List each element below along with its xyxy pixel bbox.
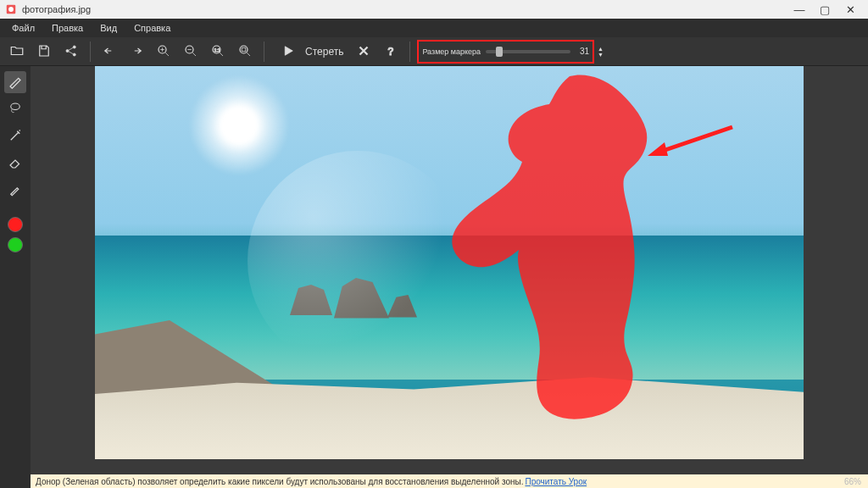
clone-stamp-tool[interactable] [4,180,26,202]
svg-point-1 [8,7,14,12]
help-icon: ? [383,43,398,60]
svg-point-2 [66,49,69,52]
menu-edit[interactable]: Правка [43,23,92,33]
window-title: фотография.jpg [22,4,787,14]
divider [264,42,264,62]
zoom-fit-icon [237,43,253,60]
zoom-display: 66% [844,477,861,486]
marker-size-slider[interactable] [486,50,570,53]
help-button[interactable]: ? [379,40,403,64]
eraser-icon [8,155,23,172]
marker-tool[interactable] [4,71,26,93]
folder-open-icon [9,43,25,60]
run-erase-button[interactable] [276,40,300,64]
workspace: Донор (Зеленая область) позволяет опреде… [0,66,868,488]
menu-help[interactable]: Справка [125,23,179,33]
hint-text: Донор (Зеленая область) позволяет опреде… [36,477,523,486]
minimize-button[interactable]: — [787,3,812,16]
zoom-reset-button[interactable]: 1:1 [206,40,230,64]
zoom-in-button[interactable] [152,40,175,64]
eraser-tool[interactable] [4,152,26,175]
svg-line-13 [658,127,732,152]
svg-rect-10 [242,47,246,52]
marker-icon [8,74,23,91]
green-mask-selector[interactable] [8,237,23,252]
share-button[interactable] [59,40,83,64]
divider [90,42,91,62]
menubar: Файл Правка Вид Справка [0,19,868,37]
save-icon [36,43,52,60]
svg-point-3 [73,46,75,48]
red-selection-mask [442,66,663,430]
canvas-area: Донор (Зеленая область) позволяет опреде… [31,66,868,488]
share-icon [64,43,79,60]
svg-point-4 [73,53,75,56]
maximize-button[interactable]: ▢ [812,3,837,16]
svg-text:?: ? [388,45,394,57]
marker-size-label: Размер маркера [422,47,481,56]
zoom-fit-button[interactable] [233,40,257,64]
brush-icon [8,182,23,199]
image-sun [188,75,290,176]
save-button[interactable] [32,40,56,64]
svg-marker-14 [648,142,668,156]
undo-icon [102,43,117,60]
redo-button[interactable] [125,40,148,64]
app-icon [5,3,17,15]
marker-size-value: 31 [576,47,589,56]
tool-sidebar [0,66,31,488]
image-lens-flare [248,151,468,371]
zoom-out-icon [183,43,198,60]
annotation-arrow [648,119,741,163]
menu-file[interactable]: Файл [3,23,43,33]
magic-wand-tool[interactable] [4,125,26,147]
svg-text:1:1: 1:1 [214,47,220,52]
erase-label: Стереть [305,46,343,58]
svg-point-12 [11,103,20,110]
hint-bar: Донор (Зеленая область) позволяет опреде… [31,474,868,488]
svg-point-9 [240,46,248,53]
play-icon [281,43,296,60]
undo-button[interactable] [97,40,121,64]
menu-view[interactable]: Вид [92,23,125,33]
status-bar: 66% [837,474,868,488]
lasso-icon [8,101,23,118]
marker-size-spinner[interactable]: ▲ ▼ [598,46,604,58]
divider [409,42,410,62]
magic-wand-icon [8,128,23,145]
chevron-up-icon[interactable]: ▲ [598,46,604,52]
chevron-down-icon[interactable]: ▼ [598,52,604,58]
titlebar: фотография.jpg — ▢ ✕ [0,0,868,19]
lasso-tool[interactable] [4,98,26,120]
slider-thumb[interactable] [496,47,503,57]
close-icon [356,43,371,60]
zoom-out-button[interactable] [179,40,203,64]
zoom-reset-icon: 1:1 [210,43,225,60]
hint-link[interactable]: Прочитать Урок [525,477,587,486]
image-canvas[interactable] [95,66,804,459]
clear-selection-button[interactable] [352,40,376,64]
zoom-in-icon [156,43,171,60]
marker-size-highlight: Размер маркера 31 [417,40,594,64]
erase-group: Стереть [271,40,348,64]
redo-icon [129,43,144,60]
close-button[interactable]: ✕ [837,3,863,16]
red-mask-selector[interactable] [8,217,23,232]
open-button[interactable] [5,40,29,64]
main-toolbar: 1:1 Стереть ? Размер маркера 31 ▲ ▼ [0,37,868,66]
